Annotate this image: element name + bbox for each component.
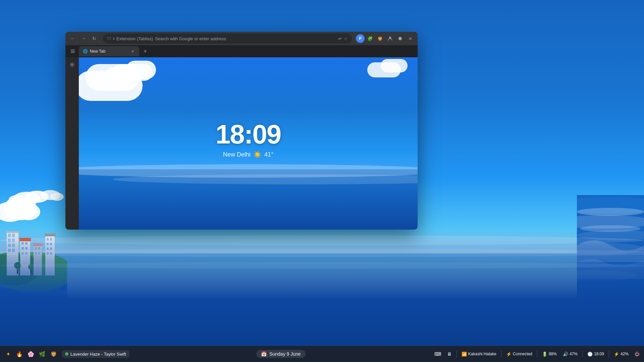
taskbar: ✦ 🔥 🌸 🌿 🦁 Lavender Haze - Taylor Swift 📅…	[0, 346, 644, 362]
weather-icon: ☀️	[253, 150, 262, 159]
battery-percent: 88%	[549, 352, 557, 356]
tab-title: New Tab	[90, 49, 128, 54]
taskbar-app-music[interactable]: Lavender Haze - Taylor Swift	[62, 350, 129, 358]
battery-level: 42%	[621, 352, 629, 356]
taskbar-icon-star[interactable]: ✦	[3, 349, 13, 359]
app-name: Lavender Haze - Taylor Swift	[70, 352, 126, 357]
newtab-clock-container: 18:09 New Delhi ☀️ 41°	[216, 121, 281, 159]
refresh-button[interactable]: ↻	[90, 34, 99, 43]
wifi-icon: 📶	[462, 352, 467, 357]
connection-label: Connected	[513, 352, 532, 356]
taskbar-date-button[interactable]: 📅 Sunday 9 June	[256, 350, 305, 358]
extension-label: Extension (Tabliss)	[116, 36, 153, 41]
calendar-icon: 📅	[261, 351, 267, 357]
taskbar-icon-leaf[interactable]: 🌿	[37, 349, 48, 359]
browser-actions: P 🧩 🦁 ✕	[356, 34, 415, 43]
connection-status[interactable]: ⚡ Connected	[504, 350, 534, 358]
taskbar-left-icons: ✦ 🔥 🌸 🌿 🦁	[3, 349, 59, 359]
battery-charge[interactable]: ⚡ 42%	[612, 350, 631, 358]
taskbar-icon-flame[interactable]: 🔥	[14, 349, 25, 359]
display-button[interactable]: 🖥	[445, 350, 454, 358]
bookmark-icon: ☆	[344, 36, 348, 41]
back-button[interactable]: ←	[68, 34, 77, 43]
volume-status[interactable]: 🔊 47%	[561, 350, 580, 358]
svg-rect-65	[71, 52, 75, 53]
display-icon: 🖥	[447, 351, 452, 357]
lightning-icon: ⚡	[506, 352, 512, 357]
newtab-background: 18:09 New Delhi ☀️ 41°	[79, 57, 418, 230]
separator-2	[501, 351, 501, 357]
network-name: Kakashi Hatake	[468, 352, 496, 356]
new-tab-button[interactable]: +	[141, 47, 150, 56]
extensions-button[interactable]: 🧩	[365, 34, 375, 43]
shield-icon: 🛡	[107, 36, 111, 41]
forward-button[interactable]: →	[79, 34, 88, 43]
minimize-button[interactable]	[395, 34, 405, 43]
account-button[interactable]	[385, 34, 395, 43]
svg-point-51	[17, 203, 40, 220]
brave-shields-button[interactable]: 🦁	[375, 34, 385, 43]
browser-titlebar: ← → ↻ 🛡 ℹ Extension (Tabliss) Search wit…	[65, 32, 418, 45]
tab-close-button[interactable]: ✕	[130, 49, 135, 54]
battery-icon: 🔋	[542, 352, 547, 357]
svg-rect-64	[71, 51, 75, 52]
sidebar-toggle-button[interactable]	[68, 47, 77, 56]
weather-location: New Delhi	[223, 151, 251, 158]
volume-percent: 47%	[570, 352, 578, 356]
power-button[interactable]: ⏻	[633, 350, 641, 358]
active-tab[interactable]: 🌐 New Tab ✕	[79, 46, 139, 56]
address-placeholder: Search with Google or enter address	[155, 36, 336, 41]
network-button[interactable]: 📶 Kakashi Hatake	[460, 350, 498, 358]
system-time: 18:09	[594, 352, 604, 356]
tab-favicon: 🌐	[83, 49, 88, 54]
browser-sidebar	[65, 57, 79, 230]
weather-temperature: 41°	[264, 151, 273, 158]
volume-icon: 🔊	[563, 352, 568, 357]
newtab-wave-2	[113, 174, 418, 184]
svg-point-48	[50, 193, 64, 201]
weather-display: New Delhi ☀️ 41°	[216, 150, 281, 159]
browser-window: ← → ↻ 🛡 ℹ Extension (Tabliss) Search wit…	[65, 32, 418, 230]
keyboard-icon: ⌨	[434, 351, 441, 357]
clock-icon: 🕐	[587, 352, 593, 357]
svg-point-59	[577, 208, 644, 216]
tab-bar: 🌐 New Tab ✕ +	[65, 45, 418, 57]
translate-icon: ⇌	[338, 36, 342, 41]
cloud-large-2	[86, 64, 139, 91]
cloud-5	[381, 59, 408, 72]
profile-button[interactable]: P	[356, 34, 365, 43]
taskbar-center: 📅 Sunday 9 June	[131, 350, 431, 358]
taskbar-icon-brave[interactable]: 🦁	[48, 349, 59, 359]
close-button[interactable]: ✕	[406, 34, 415, 43]
address-bar[interactable]: 🛡 ℹ Extension (Tabliss) Search with Goog…	[103, 34, 352, 44]
clock-time: 18:09	[216, 121, 281, 148]
browser-content: 18:09 New Delhi ☀️ 41°	[79, 57, 418, 230]
separator-3	[537, 351, 537, 357]
ocean-area	[0, 229, 644, 346]
sidebar-settings-button[interactable]	[67, 60, 77, 69]
app-status-dot	[65, 352, 68, 356]
svg-rect-63	[71, 50, 75, 50]
battery-status[interactable]: 🔋 88%	[540, 350, 559, 358]
power-icon: ⏻	[635, 351, 639, 357]
svg-point-61	[389, 37, 391, 39]
taskbar-date: Sunday 9 June	[269, 351, 301, 357]
charge-icon: ⚡	[614, 352, 619, 357]
separator-4	[582, 351, 583, 357]
info-icon: ℹ	[113, 37, 114, 41]
taskbar-right-system: ⌨ 🖥 📶 Kakashi Hatake ⚡ Connected 🔋 88% 🔊…	[432, 350, 641, 358]
separator-1	[457, 351, 457, 357]
clock-display[interactable]: 🕐 18:09	[585, 350, 606, 358]
svg-point-62	[398, 37, 402, 40]
keyboard-button[interactable]: ⌨	[432, 350, 443, 358]
taskbar-icon-flower[interactable]: 🌸	[25, 349, 36, 359]
newtab-ocean	[79, 169, 418, 230]
separator-5	[609, 351, 609, 357]
svg-point-66	[71, 64, 73, 66]
